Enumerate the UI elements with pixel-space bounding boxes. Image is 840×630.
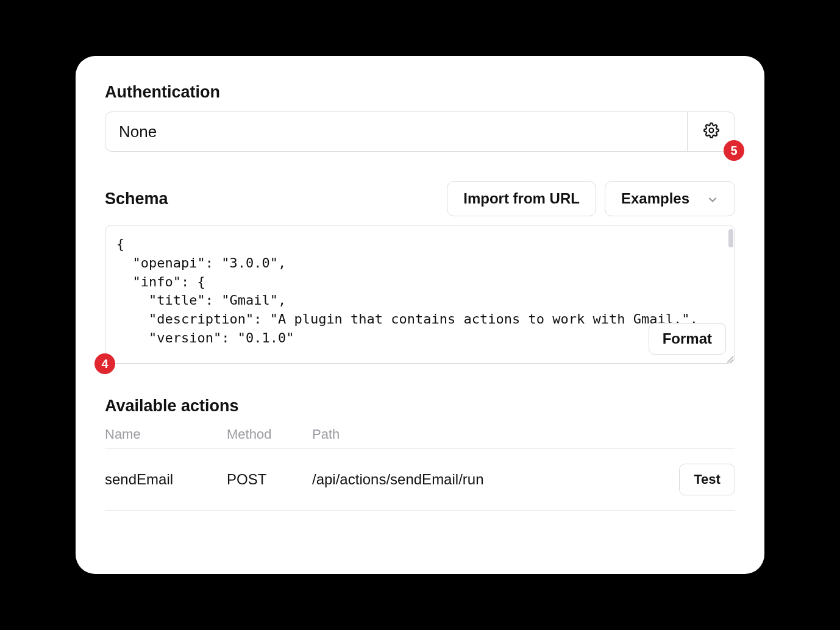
annotation-badge-4: 4 bbox=[94, 353, 115, 374]
schema-box: Format 4 bbox=[105, 225, 735, 364]
actions-table-header: Name Method Path bbox=[105, 426, 735, 449]
authentication-select[interactable]: None bbox=[105, 112, 687, 151]
authentication-value: None bbox=[119, 122, 157, 141]
gear-icon bbox=[703, 122, 719, 141]
action-name: sendEmail bbox=[105, 471, 227, 488]
authentication-label: Authentication bbox=[105, 83, 735, 102]
actions-table: Name Method Path sendEmail POST /api/act… bbox=[105, 426, 735, 511]
authentication-row: None 5 bbox=[105, 111, 735, 152]
table-row: sendEmail POST /api/actions/sendEmail/ru… bbox=[105, 449, 735, 511]
schema-label: Schema bbox=[105, 189, 168, 208]
action-path: /api/actions/sendEmail/run bbox=[312, 471, 662, 488]
import-from-url-button[interactable]: Import from URL bbox=[447, 181, 596, 216]
examples-label: Examples bbox=[621, 190, 689, 207]
chevron-down-icon bbox=[707, 193, 719, 205]
schema-header: Schema Import from URL Examples bbox=[105, 181, 735, 216]
available-actions-label: Available actions bbox=[105, 397, 735, 416]
import-from-url-label: Import from URL bbox=[463, 190, 580, 207]
col-method: Method bbox=[227, 426, 312, 442]
examples-dropdown[interactable]: Examples bbox=[605, 181, 735, 216]
format-button[interactable]: Format bbox=[649, 323, 726, 355]
annotation-badge-5: 5 bbox=[724, 140, 744, 161]
schema-textarea[interactable] bbox=[105, 225, 735, 363]
schema-buttons: Import from URL Examples bbox=[447, 181, 735, 216]
test-button[interactable]: Test bbox=[679, 464, 735, 495]
col-name: Name bbox=[105, 426, 227, 442]
config-card: Authentication None 5 Schema Import from… bbox=[76, 56, 764, 574]
action-method: POST bbox=[227, 471, 312, 488]
available-actions-section: Available actions Name Method Path sendE… bbox=[105, 397, 735, 511]
svg-point-0 bbox=[709, 129, 713, 133]
col-path: Path bbox=[312, 426, 662, 442]
